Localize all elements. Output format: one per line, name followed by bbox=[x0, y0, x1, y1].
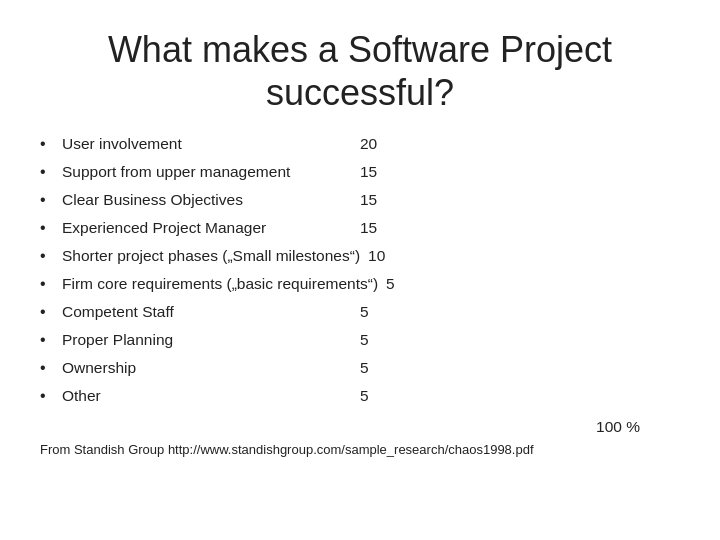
item-value: 15 bbox=[360, 188, 377, 211]
item-value: 5 bbox=[360, 356, 369, 379]
bullet-icon: • bbox=[40, 244, 58, 268]
item-value: 5 bbox=[360, 300, 369, 323]
item-text: Other bbox=[62, 384, 352, 407]
slide-title: What makes a Software Project successful… bbox=[40, 28, 680, 114]
item-text: Firm core requirements („basic requireme… bbox=[62, 272, 378, 295]
item-value: 5 bbox=[360, 328, 369, 351]
slide-content: •User involvement20•Support from upper m… bbox=[40, 132, 680, 520]
bullet-icon: • bbox=[40, 132, 58, 156]
item-value: 15 bbox=[360, 216, 377, 239]
item-text: Support from upper management bbox=[62, 160, 352, 183]
item-value: 5 bbox=[360, 384, 369, 407]
bullet-icon: • bbox=[40, 300, 58, 324]
total-line: 100 % bbox=[40, 418, 680, 436]
list-item: •Support from upper management15 bbox=[40, 160, 680, 184]
bullet-icon: • bbox=[40, 272, 58, 296]
bullet-icon: • bbox=[40, 384, 58, 408]
item-value: 15 bbox=[360, 160, 377, 183]
list-item: •Ownership5 bbox=[40, 356, 680, 380]
list-item: •Shorter project phases („Small mileston… bbox=[40, 244, 680, 268]
list-item: •Clear Business Objectives15 bbox=[40, 188, 680, 212]
item-text: Ownership bbox=[62, 356, 352, 379]
bullet-icon: • bbox=[40, 188, 58, 212]
item-value: 20 bbox=[360, 132, 377, 155]
success-factors-list: •User involvement20•Support from upper m… bbox=[40, 132, 680, 412]
item-text: Competent Staff bbox=[62, 300, 352, 323]
total-value: 100 % bbox=[596, 418, 640, 436]
slide: What makes a Software Project successful… bbox=[0, 0, 720, 540]
list-item: •Other5 bbox=[40, 384, 680, 408]
bullet-icon: • bbox=[40, 356, 58, 380]
item-text: Experienced Project Manager bbox=[62, 216, 352, 239]
list-item: •Firm core requirements („basic requirem… bbox=[40, 272, 680, 296]
item-value: 5 bbox=[386, 272, 395, 295]
item-text: Clear Business Objectives bbox=[62, 188, 352, 211]
list-item: •Proper Planning5 bbox=[40, 328, 680, 352]
item-value: 10 bbox=[368, 244, 385, 267]
list-item: •Competent Staff5 bbox=[40, 300, 680, 324]
list-item: •User involvement20 bbox=[40, 132, 680, 156]
bullet-icon: • bbox=[40, 216, 58, 240]
bullet-icon: • bbox=[40, 328, 58, 352]
source-line: From Standish Group http://www.standishg… bbox=[40, 442, 680, 457]
item-text: User involvement bbox=[62, 132, 352, 155]
list-item: •Experienced Project Manager15 bbox=[40, 216, 680, 240]
item-text: Proper Planning bbox=[62, 328, 352, 351]
item-text: Shorter project phases („Small milestone… bbox=[62, 244, 360, 267]
bullet-icon: • bbox=[40, 160, 58, 184]
